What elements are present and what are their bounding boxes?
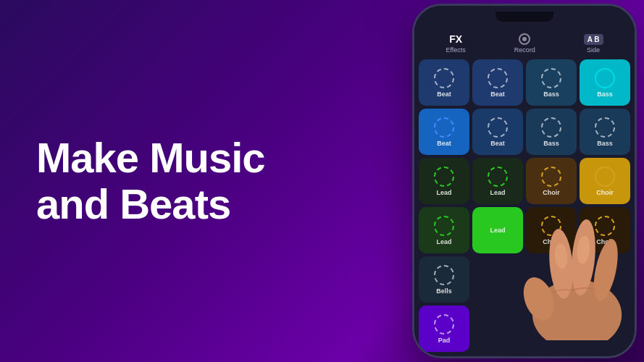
headline-line1: Make Music bbox=[36, 134, 265, 181]
pad-ring bbox=[434, 167, 454, 187]
pad-label: Beat bbox=[437, 90, 451, 98]
pad-bass-2[interactable]: Bass bbox=[526, 109, 577, 155]
pad-ring bbox=[488, 117, 508, 138]
pad-beat-3[interactable]: Beat bbox=[472, 109, 523, 155]
pad-pad[interactable]: Pad bbox=[419, 306, 469, 352]
pad-label: Bass bbox=[543, 140, 559, 147]
pad-label: Bells bbox=[436, 287, 452, 295]
pad-bass-3[interactable]: Bass bbox=[580, 109, 630, 155]
pad-lead-3[interactable]: Lead bbox=[419, 207, 469, 253]
headline-line2: and Beats bbox=[36, 180, 230, 227]
side-button[interactable]: A B Side bbox=[584, 34, 603, 54]
pad-bass-1[interactable]: Bass bbox=[526, 59, 577, 106]
record-label: Record bbox=[514, 46, 535, 54]
pad-label: Beat bbox=[490, 90, 505, 98]
pad-beat-2[interactable]: Beat bbox=[472, 59, 523, 106]
pad-label: Bass bbox=[543, 90, 559, 98]
toolbar: FX Effects Record A B Side bbox=[414, 28, 635, 56]
ab-badge: A B bbox=[584, 34, 603, 45]
pad-ring bbox=[541, 117, 561, 138]
pad-ring bbox=[434, 314, 454, 334]
pad-ring bbox=[434, 265, 454, 285]
pad-beat-1[interactable]: Beat bbox=[419, 59, 469, 106]
pad-ring bbox=[541, 68, 561, 88]
pad-beat-active-1[interactable]: Beat bbox=[419, 109, 469, 155]
pad-ring bbox=[434, 117, 454, 138]
pad-lead-1[interactable]: Lead bbox=[419, 158, 469, 204]
hand-overlay bbox=[499, 181, 630, 340]
pad-bass-active-1[interactable]: Bass bbox=[580, 59, 630, 106]
side-label: Side bbox=[587, 46, 600, 54]
pad-label: Lead bbox=[436, 238, 451, 245]
pad-ring bbox=[434, 68, 454, 88]
pad-ring bbox=[488, 68, 508, 88]
record-button[interactable]: Record bbox=[514, 33, 535, 54]
right-section: FX Effects Record A B Side bbox=[340, 0, 644, 362]
record-icon bbox=[519, 33, 530, 45]
left-section: Make Music and Beats bbox=[0, 91, 340, 271]
fx-button[interactable]: FX Effects bbox=[446, 33, 465, 54]
pad-ring bbox=[434, 216, 454, 236]
notch-area bbox=[414, 6, 635, 28]
effects-label: Effects bbox=[446, 46, 465, 54]
fx-text: FX bbox=[449, 33, 462, 45]
pad-label: Pad bbox=[438, 337, 451, 344]
pad-label: Lead bbox=[436, 189, 451, 196]
pad-ring bbox=[595, 117, 615, 138]
pad-label: Beat bbox=[437, 140, 451, 147]
pad-label: Beat bbox=[490, 140, 505, 147]
pad-label: Bass bbox=[597, 90, 613, 98]
phone-notch bbox=[495, 12, 553, 22]
pad-bells[interactable]: Bells bbox=[419, 256, 469, 303]
pad-label: Bass bbox=[597, 140, 613, 147]
pad-ring bbox=[595, 68, 615, 88]
headline: Make Music and Beats bbox=[36, 135, 304, 227]
